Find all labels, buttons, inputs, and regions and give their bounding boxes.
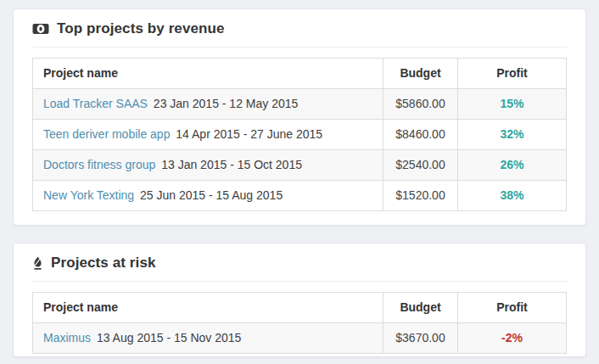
column-header-budget: Budget (383, 293, 458, 323)
project-dates: 13 Jan 2015 - 15 Oct 2015 (161, 158, 302, 171)
project-cell: Doctors fitness group 13 Jan 2015 - 15 O… (33, 150, 383, 181)
project-link[interactable]: Teen deriver mobile app (43, 127, 170, 141)
budget-value: $1520.00 (383, 181, 458, 211)
table-row: Teen deriver mobile app 14 Apr 2015 - 27… (33, 120, 567, 150)
panel-title: Top projects by revenue (57, 20, 225, 37)
profit-value: 38% (458, 181, 567, 211)
budget-value: $2540.00 (383, 150, 458, 181)
panel-title: Projects at risk (51, 255, 156, 272)
project-dates: 25 Jun 2015 - 15 Aug 2015 (140, 188, 283, 202)
table-header-row: Project name Budget Profit (33, 293, 567, 323)
project-dates: 13 Aug 2015 - 15 Nov 2015 (97, 331, 241, 344)
budget-value: $5860.00 (383, 89, 458, 120)
panel-body: Project name Budget Profit Load Tracker … (14, 48, 585, 225)
budget-value: $8460.00 (383, 120, 458, 150)
table-row: Maximus 13 Aug 2015 - 15 Nov 2015 $3670.… (33, 323, 567, 354)
column-header-profit: Profit (458, 59, 567, 89)
profit-value: -2% (458, 323, 567, 354)
table-row: Doctors fitness group 13 Jan 2015 - 15 O… (33, 150, 567, 181)
panel-top-projects-by-revenue: Top projects by revenue Project name Bud… (13, 8, 586, 226)
project-cell: Load Tracker SAAS 23 Jan 2015 - 12 May 2… (33, 89, 383, 120)
money-icon (32, 23, 49, 35)
project-dates: 14 Apr 2015 - 27 June 2015 (176, 127, 322, 141)
panel-header: Projects at risk (32, 244, 567, 282)
project-cell: Maximus 13 Aug 2015 - 15 Nov 2015 (33, 323, 383, 354)
table-header-row: Project name Budget Profit (33, 59, 567, 89)
project-cell: New York Texting 25 Jun 2015 - 15 Aug 20… (33, 181, 383, 211)
column-header-profit: Profit (458, 293, 567, 323)
project-dates: 23 Jan 2015 - 12 May 2015 (154, 97, 298, 110)
top-projects-table: Project name Budget Profit Load Tracker … (32, 58, 567, 211)
profit-value: 26% (458, 150, 567, 181)
panel-projects-at-risk: Projects at risk Project name Budget Pro… (13, 243, 586, 357)
project-link[interactable]: Maximus (43, 331, 91, 344)
column-header-project-name: Project name (33, 59, 383, 89)
project-link[interactable]: Doctors fitness group (43, 158, 155, 171)
table-row: New York Texting 25 Jun 2015 - 15 Aug 20… (33, 181, 567, 211)
table-row: Load Tracker SAAS 23 Jan 2015 - 12 May 2… (33, 89, 567, 120)
projects-at-risk-table: Project name Budget Profit Maximus 13 Au… (32, 292, 567, 354)
profit-value: 32% (458, 120, 567, 150)
budget-value: $3670.00 (383, 323, 458, 354)
panel-body: Project name Budget Profit Maximus 13 Au… (14, 282, 585, 356)
profit-value: 15% (458, 89, 567, 120)
project-cell: Teen deriver mobile app 14 Apr 2015 - 27… (33, 120, 383, 150)
project-link[interactable]: New York Texting (43, 188, 134, 202)
panel-header: Top projects by revenue (32, 9, 567, 48)
column-header-budget: Budget (383, 59, 458, 89)
column-header-project-name: Project name (33, 293, 383, 323)
project-link[interactable]: Load Tracker SAAS (43, 97, 148, 110)
flame-icon (32, 256, 43, 271)
dashboard-page: Top projects by revenue Project name Bud… (0, 0, 599, 364)
